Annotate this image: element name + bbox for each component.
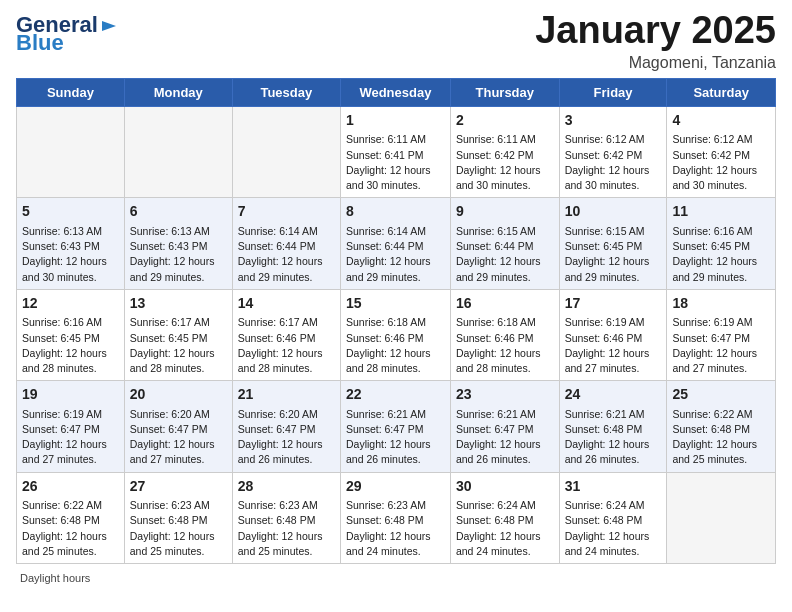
calendar-cell: 21Sunrise: 6:20 AMSunset: 6:47 PMDayligh… [232, 381, 340, 472]
calendar-cell: 8Sunrise: 6:14 AMSunset: 6:44 PMDaylight… [340, 198, 450, 289]
calendar-cell [124, 106, 232, 197]
day-number: 29 [346, 477, 445, 497]
cell-content: Sunrise: 6:22 AMSunset: 6:48 PMDaylight:… [672, 407, 770, 468]
day-number: 22 [346, 385, 445, 405]
calendar-cell: 17Sunrise: 6:19 AMSunset: 6:46 PMDayligh… [559, 289, 667, 380]
calendar-cell: 11Sunrise: 6:16 AMSunset: 6:45 PMDayligh… [667, 198, 776, 289]
calendar-week-row: 19Sunrise: 6:19 AMSunset: 6:47 PMDayligh… [17, 381, 776, 472]
calendar-day-header: Saturday [667, 78, 776, 106]
calendar-cell: 1Sunrise: 6:11 AMSunset: 6:41 PMDaylight… [340, 106, 450, 197]
cell-content: Sunrise: 6:20 AMSunset: 6:47 PMDaylight:… [130, 407, 227, 468]
calendar-cell: 26Sunrise: 6:22 AMSunset: 6:48 PMDayligh… [17, 472, 125, 563]
cell-content: Sunrise: 6:16 AMSunset: 6:45 PMDaylight:… [22, 315, 119, 376]
day-number: 12 [22, 294, 119, 314]
day-number: 27 [130, 477, 227, 497]
cell-content: Sunrise: 6:18 AMSunset: 6:46 PMDaylight:… [456, 315, 554, 376]
month-title: January 2025 [535, 10, 776, 52]
day-number: 16 [456, 294, 554, 314]
day-number: 24 [565, 385, 662, 405]
calendar-table: SundayMondayTuesdayWednesdayThursdayFrid… [16, 78, 776, 564]
calendar-day-header: Friday [559, 78, 667, 106]
calendar-cell: 16Sunrise: 6:18 AMSunset: 6:46 PMDayligh… [450, 289, 559, 380]
calendar-cell: 24Sunrise: 6:21 AMSunset: 6:48 PMDayligh… [559, 381, 667, 472]
calendar-day-header: Wednesday [340, 78, 450, 106]
cell-content: Sunrise: 6:23 AMSunset: 6:48 PMDaylight:… [130, 498, 227, 559]
logo: General Blue [16, 14, 118, 54]
day-number: 19 [22, 385, 119, 405]
day-number: 13 [130, 294, 227, 314]
day-number: 9 [456, 202, 554, 222]
day-number: 31 [565, 477, 662, 497]
calendar-cell: 14Sunrise: 6:17 AMSunset: 6:46 PMDayligh… [232, 289, 340, 380]
cell-content: Sunrise: 6:17 AMSunset: 6:46 PMDaylight:… [238, 315, 335, 376]
calendar-cell [17, 106, 125, 197]
cell-content: Sunrise: 6:23 AMSunset: 6:48 PMDaylight:… [238, 498, 335, 559]
calendar-day-header: Sunday [17, 78, 125, 106]
cell-content: Sunrise: 6:22 AMSunset: 6:48 PMDaylight:… [22, 498, 119, 559]
cell-content: Sunrise: 6:18 AMSunset: 6:46 PMDaylight:… [346, 315, 445, 376]
day-number: 17 [565, 294, 662, 314]
calendar-cell: 3Sunrise: 6:12 AMSunset: 6:42 PMDaylight… [559, 106, 667, 197]
day-number: 4 [672, 111, 770, 131]
cell-content: Sunrise: 6:20 AMSunset: 6:47 PMDaylight:… [238, 407, 335, 468]
calendar-cell: 25Sunrise: 6:22 AMSunset: 6:48 PMDayligh… [667, 381, 776, 472]
day-number: 15 [346, 294, 445, 314]
cell-content: Sunrise: 6:13 AMSunset: 6:43 PMDaylight:… [130, 224, 227, 285]
calendar-cell: 31Sunrise: 6:24 AMSunset: 6:48 PMDayligh… [559, 472, 667, 563]
cell-content: Sunrise: 6:19 AMSunset: 6:46 PMDaylight:… [565, 315, 662, 376]
calendar-cell [667, 472, 776, 563]
calendar-cell: 20Sunrise: 6:20 AMSunset: 6:47 PMDayligh… [124, 381, 232, 472]
calendar-cell: 5Sunrise: 6:13 AMSunset: 6:43 PMDaylight… [17, 198, 125, 289]
day-number: 7 [238, 202, 335, 222]
calendar-cell [232, 106, 340, 197]
day-number: 23 [456, 385, 554, 405]
calendar-cell: 18Sunrise: 6:19 AMSunset: 6:47 PMDayligh… [667, 289, 776, 380]
calendar-day-header: Tuesday [232, 78, 340, 106]
calendar-cell: 7Sunrise: 6:14 AMSunset: 6:44 PMDaylight… [232, 198, 340, 289]
logo-blue: Blue [16, 32, 64, 54]
cell-content: Sunrise: 6:17 AMSunset: 6:45 PMDaylight:… [130, 315, 227, 376]
day-number: 11 [672, 202, 770, 222]
daylight-label: Daylight hours [20, 572, 90, 584]
calendar-day-header: Monday [124, 78, 232, 106]
header: General Blue January 2025 Magomeni, Tanz… [16, 10, 776, 72]
calendar-cell: 19Sunrise: 6:19 AMSunset: 6:47 PMDayligh… [17, 381, 125, 472]
cell-content: Sunrise: 6:12 AMSunset: 6:42 PMDaylight:… [672, 132, 770, 193]
day-number: 3 [565, 111, 662, 131]
calendar-week-row: 12Sunrise: 6:16 AMSunset: 6:45 PMDayligh… [17, 289, 776, 380]
calendar-cell: 28Sunrise: 6:23 AMSunset: 6:48 PMDayligh… [232, 472, 340, 563]
calendar-cell: 13Sunrise: 6:17 AMSunset: 6:45 PMDayligh… [124, 289, 232, 380]
cell-content: Sunrise: 6:15 AMSunset: 6:45 PMDaylight:… [565, 224, 662, 285]
cell-content: Sunrise: 6:21 AMSunset: 6:48 PMDaylight:… [565, 407, 662, 468]
calendar-cell: 23Sunrise: 6:21 AMSunset: 6:47 PMDayligh… [450, 381, 559, 472]
cell-content: Sunrise: 6:24 AMSunset: 6:48 PMDaylight:… [456, 498, 554, 559]
calendar-cell: 30Sunrise: 6:24 AMSunset: 6:48 PMDayligh… [450, 472, 559, 563]
calendar-cell: 15Sunrise: 6:18 AMSunset: 6:46 PMDayligh… [340, 289, 450, 380]
day-number: 25 [672, 385, 770, 405]
calendar-cell: 4Sunrise: 6:12 AMSunset: 6:42 PMDaylight… [667, 106, 776, 197]
cell-content: Sunrise: 6:14 AMSunset: 6:44 PMDaylight:… [238, 224, 335, 285]
cell-content: Sunrise: 6:23 AMSunset: 6:48 PMDaylight:… [346, 498, 445, 559]
day-number: 21 [238, 385, 335, 405]
day-number: 8 [346, 202, 445, 222]
day-number: 26 [22, 477, 119, 497]
calendar-day-header: Thursday [450, 78, 559, 106]
calendar-cell: 12Sunrise: 6:16 AMSunset: 6:45 PMDayligh… [17, 289, 125, 380]
calendar-cell: 27Sunrise: 6:23 AMSunset: 6:48 PMDayligh… [124, 472, 232, 563]
cell-content: Sunrise: 6:21 AMSunset: 6:47 PMDaylight:… [346, 407, 445, 468]
day-number: 10 [565, 202, 662, 222]
cell-content: Sunrise: 6:19 AMSunset: 6:47 PMDaylight:… [672, 315, 770, 376]
calendar-cell: 29Sunrise: 6:23 AMSunset: 6:48 PMDayligh… [340, 472, 450, 563]
day-number: 18 [672, 294, 770, 314]
title-block: January 2025 Magomeni, Tanzania [535, 10, 776, 72]
day-number: 2 [456, 111, 554, 131]
calendar-header-row: SundayMondayTuesdayWednesdayThursdayFrid… [17, 78, 776, 106]
cell-content: Sunrise: 6:16 AMSunset: 6:45 PMDaylight:… [672, 224, 770, 285]
cell-content: Sunrise: 6:12 AMSunset: 6:42 PMDaylight:… [565, 132, 662, 193]
cell-content: Sunrise: 6:11 AMSunset: 6:42 PMDaylight:… [456, 132, 554, 193]
day-number: 14 [238, 294, 335, 314]
footer: Daylight hours [16, 572, 776, 584]
day-number: 5 [22, 202, 119, 222]
day-number: 1 [346, 111, 445, 131]
day-number: 6 [130, 202, 227, 222]
